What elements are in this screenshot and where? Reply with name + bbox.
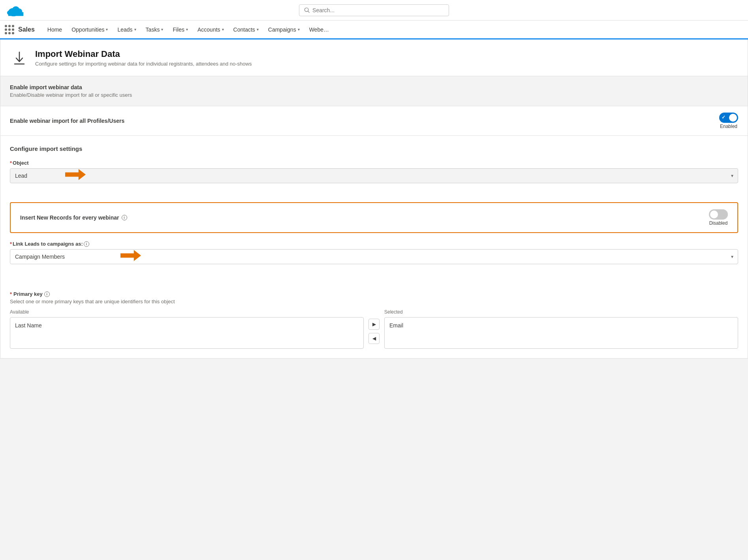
configure-title: Configure import settings <box>10 145 738 152</box>
search-icon <box>304 7 310 13</box>
required-star: * <box>10 241 12 247</box>
available-list-col: Available Last Name <box>10 309 364 349</box>
toggle-wrapper: ✓ Enabled <box>719 113 738 129</box>
nav-files[interactable]: Files ▾ <box>168 20 193 39</box>
search-input[interactable] <box>312 7 444 13</box>
main-content: Import Webinar Data Configure settings f… <box>0 39 748 359</box>
insert-records-toggle[interactable] <box>709 209 728 220</box>
toggle-status: Enabled <box>720 124 737 129</box>
svg-point-2 <box>12 6 19 12</box>
page-header: Import Webinar Data Configure settings f… <box>0 39 748 76</box>
chevron-down-icon: ▾ <box>161 27 163 32</box>
campaign-arrow-annotation <box>116 250 141 261</box>
nav-campaigns[interactable]: Campaigns ▾ <box>263 20 304 39</box>
link-leads-label: * Link Leads to campaigns as: i <box>10 241 738 247</box>
primary-key-section: * Primary key i Select one or more prima… <box>0 291 748 358</box>
chevron-down-icon: ▾ <box>257 27 259 32</box>
chevron-down-icon: ▾ <box>298 27 300 32</box>
object-select-wrapper: Lead Contact ▾ <box>10 168 738 183</box>
info-icon[interactable]: i <box>84 241 89 247</box>
salesforce-logo <box>6 4 25 17</box>
pk-label: * Primary key i <box>10 291 738 297</box>
enable-import-section: Enable import webinar data Enable/Disabl… <box>0 76 748 106</box>
svg-rect-4 <box>8 12 23 16</box>
chevron-down-icon: ▾ <box>106 27 108 32</box>
toggle-label: Enable webinar import for all Profiles/U… <box>10 118 124 124</box>
object-select[interactable]: Lead Contact <box>10 168 738 183</box>
nav-tasks[interactable]: Tasks ▾ <box>141 20 168 39</box>
chevron-down-icon: ▾ <box>134 27 136 32</box>
available-list-box: Last Name <box>10 317 364 349</box>
info-icon[interactable]: i <box>44 291 50 297</box>
nav-webex[interactable]: Webe… <box>304 20 334 39</box>
selected-list-col: Selected Email <box>384 309 738 349</box>
enable-section-title: Enable import webinar data <box>10 84 738 90</box>
required-star: * <box>10 291 12 297</box>
page-subtitle: Configure settings for importing webinar… <box>35 61 252 67</box>
nav-bar: Sales Home Opportunities ▾ Leads ▾ Tasks… <box>0 21 748 39</box>
import-icon <box>10 49 29 68</box>
link-leads-section: * Link Leads to campaigns as: i Campaign… <box>0 241 748 291</box>
svg-line-6 <box>308 11 309 12</box>
dual-list: Available Last Name ▶ ◀ Selected Email <box>10 309 738 349</box>
nav-contacts[interactable]: Contacts ▾ <box>229 20 263 39</box>
move-right-button[interactable]: ▶ <box>368 319 380 330</box>
configure-section: Configure import settings * Object Lead … <box>0 136 748 194</box>
chevron-down-icon: ▾ <box>222 27 224 32</box>
nav-home[interactable]: Home <box>43 20 67 39</box>
selected-header: Selected <box>384 309 738 315</box>
chevron-down-icon: ▾ <box>186 27 188 32</box>
object-arrow-annotation <box>60 169 86 180</box>
search-bar[interactable] <box>299 4 449 16</box>
arrow-controls: ▶ ◀ <box>368 309 380 344</box>
pk-subtitle: Select one or more primary keys that are… <box>10 299 738 304</box>
info-icon[interactable]: i <box>122 215 127 220</box>
app-name: Sales <box>18 26 35 33</box>
insert-records-label: Insert New Records for every webinar i <box>20 214 127 221</box>
required-star: * <box>10 160 12 166</box>
enable-webinar-toggle-row: Enable webinar import for all Profiles/U… <box>0 106 748 136</box>
insert-records-status: Disabled <box>709 220 728 226</box>
list-item[interactable]: Last Name <box>15 321 359 330</box>
top-bar <box>0 0 748 21</box>
page-header-text: Import Webinar Data Configure settings f… <box>35 49 252 67</box>
object-label: * Object <box>10 160 738 166</box>
link-leads-field: * Link Leads to campaigns as: i Campaign… <box>10 241 738 275</box>
orange-arrow-icon <box>65 169 86 180</box>
orange-arrow-icon <box>120 250 141 261</box>
available-header: Available <box>10 309 364 315</box>
object-field: * Object Lead Contact ▾ <box>10 160 738 194</box>
list-item[interactable]: Email <box>389 321 733 330</box>
selected-list-box: Email <box>384 317 738 349</box>
move-left-button[interactable]: ◀ <box>368 333 380 344</box>
page-title: Import Webinar Data <box>35 49 252 59</box>
nav-leads[interactable]: Leads ▾ <box>113 20 141 39</box>
insert-records-toggle-wrapper: Disabled <box>709 209 728 226</box>
enable-toggle[interactable]: ✓ <box>719 113 738 123</box>
nav-accounts[interactable]: Accounts ▾ <box>193 20 229 39</box>
app-launcher-icon[interactable] <box>5 25 14 34</box>
nav-opportunities[interactable]: Opportunities ▾ <box>67 20 113 39</box>
enable-section-subtitle: Enable/Disable webinar import for all or… <box>10 92 738 98</box>
insert-records-box: Insert New Records for every webinar i D… <box>10 202 738 233</box>
